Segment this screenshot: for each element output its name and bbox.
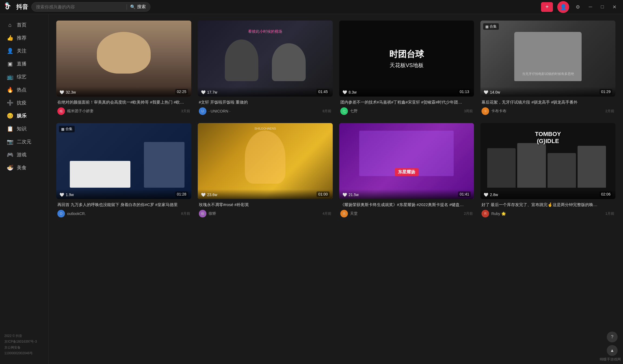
minimize-button[interactable]: ─ xyxy=(586,3,594,11)
main-layout: ⌂ 首页 👍 推荐 👤 关注 ▣ 直播 📺 综艺 🔥 热点 ➕ 抗疫 😊 xyxy=(0,14,623,364)
video-time-8: 1月前 xyxy=(605,211,614,216)
video-time-4: 2月前 xyxy=(605,109,614,114)
video-meta-2: U · UNICORN · 8月前 xyxy=(199,107,332,115)
video-title-8: 好了 最后一个库存发完了、宣布跳完🤞这是两分钟完整版的唤… xyxy=(482,202,614,208)
video-info-4: 幕后花絮，无牙仔试镜片段 #驯龙高手 #驯龙高手番外 卡 卡布卡布 2月前 xyxy=(480,97,615,117)
help-button[interactable]: ? xyxy=(607,332,618,342)
video-likes-6: 🤍 23.6w xyxy=(201,193,217,197)
video-grid: 🤍 32.3w 02:25 在绝对的颜值面前！审美真的会高度统一#欧美帅哥 #我… xyxy=(56,21,615,219)
video-time-3: 3周前 xyxy=(464,109,473,114)
sidebar-item-anime[interactable]: 📷 二次元 xyxy=(0,135,48,148)
search-bar[interactable]: 🔍 搜索 xyxy=(31,2,150,12)
logo: 抖音 xyxy=(4,2,28,12)
sidebar: ⌂ 首页 👍 推荐 👤 关注 ▣ 直播 📺 综艺 🔥 热点 ➕ 抗疫 😊 xyxy=(0,14,49,364)
video-overlay-2: 🤍 17.7w 01:45 xyxy=(198,87,333,97)
video-card-5[interactable]: ▦ 合集 🤍 1.9w 01:28 再回首 九万多人的 xyxy=(56,123,191,219)
video-likes-2: 🤍 17.7w xyxy=(201,90,217,94)
sidebar-item-home[interactable]: ⌂ 首页 xyxy=(0,18,48,31)
sidebar-item-knowledge-label: 知识 xyxy=(17,125,27,132)
scroll-up-button[interactable]: ▲ xyxy=(607,345,618,356)
sidebar-item-live[interactable]: ▣ 直播 xyxy=(0,57,48,70)
heart-icon-3: 🤍 xyxy=(342,90,347,94)
heart-icon-5: 🤍 xyxy=(60,193,64,197)
video-overlay-4: 🤍 14.0w 01:29 xyxy=(480,87,615,97)
video-avatar-1: 糯 xyxy=(57,107,65,115)
settings-button[interactable]: ⚙ xyxy=(573,3,582,11)
sidebar-item-game[interactable]: 🎮 游戏 xyxy=(0,148,48,161)
video-card-7[interactable]: 东星耀扬 🤍 21.5w 01:41 《耀扬荣获奥斯卡终生成就奖》#东星耀扬 #… xyxy=(339,123,474,219)
search-button[interactable]: 🔍 搜索 xyxy=(130,4,146,10)
heart-icon-1: 🤍 xyxy=(60,90,64,94)
video-meta-1: 糯 糯米团子小娇妻 3天前 xyxy=(57,107,190,115)
video-card-2[interactable]: 看彼此小时候的视场 🤍 17.7w 01:45 #文轩 开饭啦开饭啦 重做的 U… xyxy=(198,21,333,117)
video-meta-7: 天 天堂 2月前 xyxy=(340,210,473,217)
heart-icon-4: 🤍 xyxy=(484,90,488,94)
heart-icon-7: 🤍 xyxy=(342,193,347,197)
sidebar-item-entertainment[interactable]: 😊 娱乐 xyxy=(0,109,48,122)
user-avatar-button[interactable]: 👤 xyxy=(557,1,569,13)
video-info-8: 好了 最后一个库存发完了、宣布跳完🤞这是两分钟完整版的唤… R Ruby 🌟 1… xyxy=(480,199,615,219)
video-overlay-5: 🤍 1.9w 01:28 xyxy=(56,189,191,199)
food-icon: 🍜 xyxy=(6,164,14,171)
tiktok-logo-icon xyxy=(4,2,14,12)
sidebar-item-hot-label: 热点 xyxy=(17,87,27,93)
video-likes-5: 🤍 1.9w xyxy=(60,193,74,197)
sidebar-item-anti[interactable]: ➕ 抗疫 xyxy=(0,96,48,109)
video-card-4[interactable]: ▦ 合集 当无牙仔拍电影试镜的时候有多思绝 🤍 14.0w 01:29 xyxy=(480,21,615,117)
sidebar-item-home-label: 首页 xyxy=(17,22,27,28)
sidebar-item-follow-label: 关注 xyxy=(17,48,27,54)
close-button[interactable]: ✕ xyxy=(610,3,619,11)
video-meta-8: R Ruby 🌟 1月前 xyxy=(482,210,614,217)
sidebar-item-variety[interactable]: 📺 综艺 xyxy=(0,70,48,83)
video-time-6: 4月前 xyxy=(322,211,331,216)
video-thumb-2: 看彼此小时候的视场 🤍 17.7w 01:45 xyxy=(198,21,333,97)
video-duration-6: 01:00 xyxy=(317,191,329,197)
video-thumb-8: TOMBOY(G)IDLE 🤍 2.8w 02:06 xyxy=(480,123,615,199)
titlebar-right: + 👤 ⚙ ─ □ ✕ xyxy=(541,1,619,13)
video-duration-3: 01:13 xyxy=(458,89,471,94)
help-icon: ? xyxy=(611,335,614,339)
sidebar-item-hot[interactable]: 🔥 热点 xyxy=(0,83,48,96)
upload-icon: + xyxy=(546,4,549,10)
video-card-6[interactable]: SHILGOHAENS 🤍 23.6w 01:00 玫瑰永不凋零#rosé #朴… xyxy=(198,123,333,219)
video-meta-3: 七 七野 3周前 xyxy=(340,107,473,115)
copyright: 2022 © 抖音 xyxy=(4,333,44,339)
home-icon: ⌂ xyxy=(6,22,14,28)
sidebar-item-knowledge[interactable]: 📋 知识 xyxy=(0,122,48,135)
user-icon: 👤 xyxy=(560,4,567,10)
video-card-1[interactable]: 🤍 32.3w 02:25 在绝对的颜值面前！审美真的会高度统一#欧美帅哥 #我… xyxy=(56,21,191,117)
sidebar-item-live-label: 直播 xyxy=(17,61,27,67)
video-likes-1: 🤍 32.3w xyxy=(60,90,76,94)
video-author-2: · UNICORN · xyxy=(209,109,230,113)
video-likes-7: 🤍 21.5w xyxy=(342,193,359,197)
video-overlay-8: 🤍 2.8w 02:06 xyxy=(480,189,615,199)
sidebar-item-variety-label: 综艺 xyxy=(17,74,27,80)
bottom-bar-label: 蝴蝶手游戏网 xyxy=(600,357,621,362)
upload-button[interactable]: + xyxy=(541,2,553,12)
video-info-5: 再回首 九万多人的呼唤也没能留下 身着白衣的你#C罗 #皇家马德里 O outl… xyxy=(56,199,191,219)
sidebar-item-food[interactable]: 🍜 美食 xyxy=(0,161,48,174)
sidebar-item-follow[interactable]: 👤 关注 xyxy=(0,44,48,57)
settings-icon: ⚙ xyxy=(576,4,580,10)
video-title-5: 再回首 九万多人的呼唤也没能留下 身着白衣的你#C罗 #皇家马德里 xyxy=(57,202,190,208)
heart-icon-6: 🤍 xyxy=(201,193,206,197)
search-input[interactable] xyxy=(36,5,123,9)
video-card-3[interactable]: 时团台球 天花板VS地板 🤍 8.3w 01:13 团内参差不一的技术#马嘉祺#… xyxy=(339,21,474,117)
video-duration-8: 02:06 xyxy=(599,191,612,197)
live-icon: ▣ xyxy=(6,61,14,67)
anti-icon: ➕ xyxy=(6,100,14,106)
scroll-up-icon: ▲ xyxy=(610,348,614,353)
video-avatar-6: 徐 xyxy=(199,210,206,217)
video-info-6: 玫瑰永不凋零#rosé #朴彩英 徐 徐矫 4月前 xyxy=(198,199,333,219)
variety-icon: 📺 xyxy=(6,74,14,80)
video-info-2: #文轩 开饭啦开饭啦 重做的 U · UNICORN · 8月前 xyxy=(198,97,333,117)
sidebar-item-recommend[interactable]: 👍 推荐 xyxy=(0,31,48,44)
follow-icon: 👤 xyxy=(6,48,14,54)
video-title-1: 在绝对的颜值面前！审美真的会高度统一#欧美帅哥 #我要上热门 #欧… xyxy=(57,99,190,105)
video-card-8[interactable]: TOMBOY(G)IDLE 🤍 2.8w 02:06 好了 最后一个库存发完了、… xyxy=(480,123,615,219)
collection-icon-5: ▦ xyxy=(61,127,64,131)
video-avatar-3: 七 xyxy=(340,107,348,115)
video-duration-2: 01:45 xyxy=(317,89,329,94)
maximize-button[interactable]: □ xyxy=(599,3,606,11)
recommend-icon: 👍 xyxy=(6,35,14,41)
